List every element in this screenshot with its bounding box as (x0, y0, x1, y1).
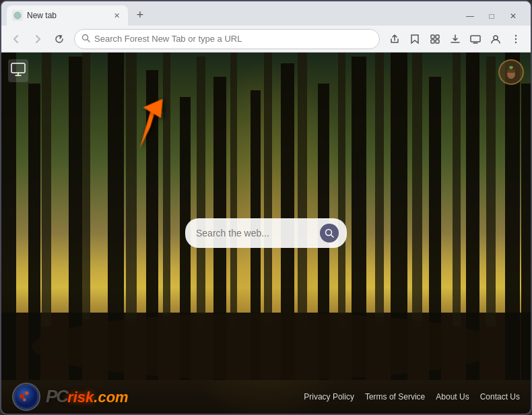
svg-line-2 (88, 39, 90, 42)
svg-rect-26 (453, 53, 461, 326)
omnibox[interactable] (74, 29, 380, 49)
new-tab-button[interactable]: + (131, 5, 149, 24)
privacy-policy-link[interactable]: Privacy Policy (304, 392, 354, 402)
about-us-link[interactable]: About Us (436, 392, 469, 402)
tree-scene (1, 53, 531, 380)
content-area: PC risk .com Privacy Policy Terms of Ser… (1, 53, 531, 414)
svg-point-59 (23, 398, 26, 402)
back-button[interactable] (7, 30, 26, 49)
active-tab[interactable]: New tab ✕ (7, 5, 128, 26)
acorn-icon (504, 65, 519, 79)
logo-area: PC risk .com (12, 383, 129, 411)
logo-badge (12, 383, 40, 411)
svg-point-57 (20, 393, 24, 398)
svg-rect-23 (338, 53, 345, 329)
svg-rect-21 (264, 53, 272, 326)
svg-point-56 (15, 385, 38, 408)
svg-point-0 (14, 12, 21, 19)
svg-rect-5 (436, 35, 439, 38)
cast-button[interactable] (466, 30, 485, 49)
svg-rect-4 (431, 35, 434, 38)
forest-settings-button[interactable] (498, 59, 524, 85)
toolbar-actions (385, 30, 525, 49)
logo-com-text: .com (94, 389, 128, 406)
refresh-button[interactable] (50, 30, 69, 49)
svg-rect-18 (163, 53, 170, 326)
svg-marker-3 (411, 35, 418, 43)
svg-rect-46 (11, 63, 25, 73)
forward-button[interactable] (28, 30, 47, 49)
browser-window: New tab ✕ + — □ ✕ (0, 0, 532, 415)
tab-bar: New tab ✕ + — □ ✕ (1, 1, 531, 26)
close-button[interactable]: ✕ (504, 9, 523, 23)
svg-point-13 (515, 41, 517, 42)
contact-us-link[interactable]: Contact Us (480, 392, 520, 402)
footer-links: Privacy Policy Terms of Service About Us… (304, 392, 520, 402)
svg-rect-42 (505, 53, 520, 380)
svg-point-58 (25, 391, 28, 395)
bookmark-button[interactable] (405, 30, 424, 49)
search-container (185, 218, 347, 248)
display-icon-button[interactable] (8, 59, 28, 82)
download-button[interactable] (446, 30, 465, 49)
svg-rect-19 (197, 57, 205, 326)
tab-close-button[interactable]: ✕ (110, 9, 123, 22)
terms-of-service-link[interactable]: Terms of Service (365, 392, 425, 402)
svg-point-11 (515, 34, 517, 36)
svg-rect-22 (298, 53, 307, 326)
tab-favicon (12, 10, 23, 21)
svg-point-10 (494, 36, 498, 40)
svg-rect-25 (412, 53, 422, 326)
svg-rect-27 (486, 57, 496, 326)
svg-rect-6 (431, 40, 434, 43)
svg-point-52 (509, 66, 513, 69)
search-input[interactable] (196, 228, 314, 238)
share-button[interactable] (385, 30, 404, 49)
maximize-button[interactable]: □ (482, 9, 501, 23)
menu-button[interactable] (506, 30, 525, 49)
profile-button[interactable] (486, 30, 505, 49)
minimize-button[interactable]: — (461, 9, 479, 23)
svg-rect-17 (126, 53, 137, 326)
search-icon (81, 34, 90, 44)
logo-text: PC risk .com (46, 387, 129, 406)
logo-risk-text: risk (67, 389, 94, 406)
extensions-button[interactable] (426, 30, 444, 49)
browser-toolbar (1, 26, 531, 53)
svg-point-12 (515, 38, 517, 39)
search-box (185, 218, 347, 248)
bottom-bar: PC risk .com Privacy Policy Terms of Ser… (1, 380, 531, 414)
window-controls: — □ ✕ (461, 9, 525, 23)
search-submit-icon (325, 228, 334, 238)
svg-rect-16 (82, 53, 90, 319)
search-button[interactable] (320, 224, 339, 243)
svg-rect-15 (42, 53, 51, 326)
svg-line-54 (331, 235, 334, 238)
svg-rect-28 (1, 53, 16, 380)
svg-rect-29 (28, 84, 40, 380)
tab-title: New tab (27, 11, 106, 20)
svg-rect-50 (507, 69, 515, 73)
url-input[interactable] (94, 34, 372, 44)
svg-rect-24 (375, 53, 384, 326)
display-icon (11, 62, 26, 77)
logo-pc-text: PC (46, 387, 67, 405)
svg-point-44 (32, 313, 503, 380)
svg-rect-7 (436, 40, 439, 43)
svg-rect-20 (230, 53, 237, 326)
svg-rect-8 (471, 36, 480, 42)
svg-rect-43 (521, 84, 531, 380)
